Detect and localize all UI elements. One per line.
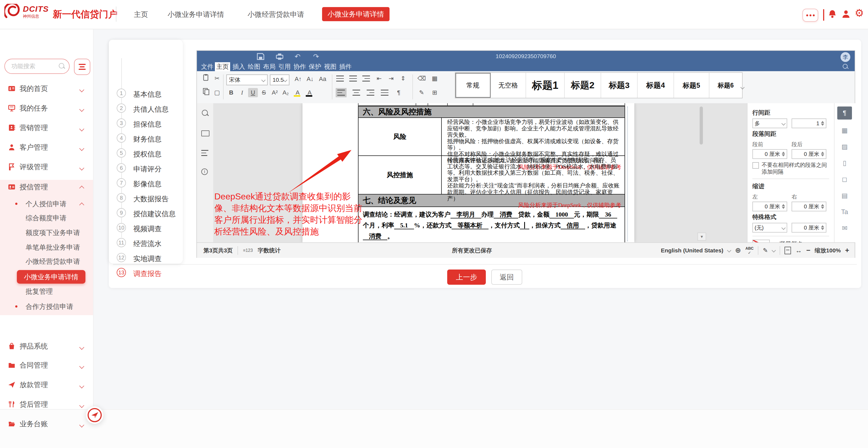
menu-tab-file[interactable]: 文件 <box>200 62 215 71</box>
style-heading1[interactable]: 标题1 <box>526 73 565 98</box>
section6-header[interactable]: 六、风险及风控措施 <box>358 106 625 118</box>
no-spacing-same-style-checkbox[interactable]: 不要在相同样式的段落之间添加间隔 <box>752 162 829 175</box>
menu-tab-reference[interactable]: 引用 <box>277 62 292 71</box>
frame-icon[interactable]: ⊞ <box>430 88 440 97</box>
shape-panel-icon[interactable]: ◻ <box>837 173 852 186</box>
style-normal[interactable]: 常规 <box>455 73 491 98</box>
page-panel-icon[interactable]: ▯ <box>837 157 852 170</box>
eraser-icon[interactable]: ⌫ <box>417 74 427 83</box>
find-icon[interactable] <box>202 110 208 116</box>
chevron-down-icon[interactable] <box>727 248 732 253</box>
sidebar-item-rating[interactable]: 评级管理 <box>0 160 93 174</box>
sidebar-subitem-single-batch[interactable]: 单笔单批业务申请 <box>0 241 93 254</box>
info-icon[interactable]: i <box>201 168 208 175</box>
sidebar-group-partner-credit[interactable]: 合作方授信申请 <box>0 300 93 313</box>
style-heading4[interactable]: 标题4 <box>638 73 674 98</box>
globe-icon[interactable]: ⊕ <box>735 246 741 254</box>
menu-tab-layout[interactable]: 布局 <box>262 62 277 71</box>
spellcheck-icon[interactable]: ABC✓ <box>745 246 753 255</box>
pilcrow-icon[interactable]: ¶ <box>394 88 404 97</box>
fit-width-icon[interactable]: ↔ <box>795 247 802 254</box>
brand-logo[interactable]: DCITS 神州信息 <box>4 4 49 19</box>
style-heading6[interactable]: 标题6 <box>709 73 742 98</box>
zoom-level[interactable]: 缩放100% <box>815 247 841 254</box>
back-button[interactable]: 返回 <box>491 270 522 285</box>
select-icon[interactable]: ▢ <box>212 88 222 97</box>
risk-control-content[interactable]: 经营真实性验证:实地走访经营场所，观察生产/销售情况、库存、员工状态等。交叉验证… <box>442 156 624 194</box>
menu-tab-plugins[interactable]: 插件 <box>338 62 353 71</box>
style-heading5[interactable]: 标题5 <box>674 73 709 98</box>
menu-tab-view[interactable]: 视图 <box>322 62 338 71</box>
step-5[interactable]: 5授权信息 <box>109 148 183 159</box>
grow-font-icon[interactable]: A↑ <box>293 74 304 84</box>
sidebar-item-disbursement[interactable]: 放款管理 <box>0 378 93 392</box>
strikethrough-icon[interactable]: S <box>259 88 269 97</box>
sidebar-item-my-home[interactable]: 我的首页 <box>0 81 93 96</box>
paragraph-panel-icon[interactable]: ¶ <box>837 106 852 119</box>
step-6[interactable]: 6申请评分 <box>109 163 183 174</box>
copy-icon[interactable] <box>201 88 211 97</box>
topbar-tab-micro-detail[interactable]: 小微业务申请详情 <box>167 10 224 19</box>
align-center-icon[interactable] <box>352 90 360 96</box>
style-no-spacing[interactable]: 无空格 <box>491 73 526 98</box>
menu-tab-protect[interactable]: 保护 <box>307 62 322 71</box>
vertical-scrollbar-thumb[interactable] <box>700 106 703 144</box>
shading-icon[interactable]: ▦ <box>430 74 440 83</box>
mail-panel-icon[interactable]: ✉ <box>837 222 852 235</box>
comments-icon[interactable] <box>201 130 210 136</box>
superscript-icon[interactable]: A² <box>270 88 280 97</box>
step-11[interactable]: 11经营流水 <box>109 237 183 248</box>
user-profile-icon[interactable] <box>841 9 851 19</box>
more-messages-button[interactable] <box>802 9 818 22</box>
step-12[interactable]: 12实地调查 <box>109 252 183 263</box>
cut-icon[interactable]: ✂ <box>212 74 222 83</box>
scroll-down-button[interactable]: ▼ <box>698 233 706 241</box>
sidebar-item-ledger[interactable]: 业务台账 <box>0 417 93 431</box>
step-8[interactable]: 8大数据报告 <box>109 193 183 204</box>
style-heading3[interactable]: 标题3 <box>601 73 638 98</box>
sidebar-subitem-approval-mgmt[interactable]: 批复管理 <box>0 285 93 298</box>
step-10[interactable]: 10视频调查 <box>109 222 183 233</box>
pen-icon[interactable]: ✎ <box>417 88 427 97</box>
styles-more-chevron[interactable] <box>741 81 744 91</box>
sidebar-item-customers[interactable]: 客户管理 <box>0 140 93 154</box>
menu-tab-draw[interactable]: 绘图 <box>246 62 262 71</box>
sidebar-subitem-micro-loan-apply[interactable]: 小微经营贷款申请 <box>0 255 93 268</box>
background-color-swatch[interactable] <box>752 240 770 242</box>
risk-label[interactable]: 风险 <box>359 118 442 156</box>
zoom-out-icon[interactable]: − <box>806 246 810 254</box>
previous-step-button[interactable]: 上一步 <box>447 270 486 285</box>
special-format-amount[interactable]: 0 厘米 <box>792 223 826 233</box>
step-13-active[interactable]: 13调查报告 <box>109 267 183 278</box>
special-format-select[interactable]: (无) <box>752 223 787 233</box>
text-panel-icon[interactable]: Ta <box>837 205 852 218</box>
indent-left-input[interactable]: 0 厘米 <box>752 202 787 211</box>
fit-page-icon[interactable] <box>784 247 791 254</box>
spacing-after-input[interactable]: 0 厘米 <box>792 149 826 159</box>
bullet-list-icon[interactable] <box>336 75 344 81</box>
notification-bell-icon[interactable] <box>828 9 837 19</box>
sidebar-item-my-tasks[interactable]: 我的任务 <box>0 101 93 115</box>
align-right-icon[interactable] <box>367 90 374 96</box>
chevron-down-icon[interactable] <box>772 248 776 253</box>
line-spacing-number[interactable]: 1 <box>792 118 826 128</box>
change-case-icon[interactable]: Aa <box>317 74 329 84</box>
step-9[interactable]: 9授信建议信息 <box>109 208 183 218</box>
underline-icon-active[interactable]: U <box>248 88 258 97</box>
sidebar-item-post-loan[interactable]: 贷后管理 <box>0 397 93 411</box>
sidebar-subitem-micro-detail-active[interactable]: 小微业务申请详情 <box>17 270 85 284</box>
sidebar-item-collateral[interactable]: 押品系统 <box>0 339 93 353</box>
font-size-select[interactable]: 10.5 <box>270 74 289 85</box>
risk-control-label[interactable]: 风控措施 <box>359 156 442 194</box>
line-spacing-select[interactable]: 多 <box>752 118 787 128</box>
step-7[interactable]: 7影像信息 <box>109 178 183 188</box>
align-left-icon-active[interactable] <box>337 90 345 96</box>
zoom-in-icon[interactable]: + <box>845 246 849 254</box>
indent-icon[interactable]: ⇥ <box>386 74 396 83</box>
user-avatar[interactable]: 李 <box>840 52 850 62</box>
font-color-icon[interactable]: A <box>305 88 314 97</box>
line-spacing-icon[interactable]: ⇕ <box>398 74 408 83</box>
topbar-active-tab[interactable]: 小微业务申请详情 <box>322 7 390 21</box>
step-3[interactable]: 3担保信息 <box>109 118 183 129</box>
numbered-list-icon[interactable] <box>349 75 357 81</box>
